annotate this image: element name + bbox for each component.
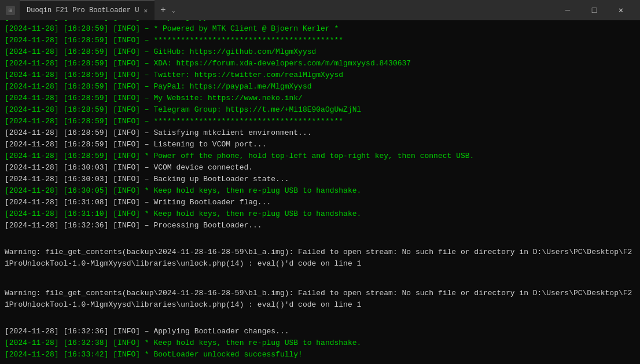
new-tab-button[interactable]: + <box>157 5 170 16</box>
window-controls: ─ □ ✕ <box>554 0 634 20</box>
minimize-button[interactable]: ─ <box>554 0 581 20</box>
terminal-line: [2024-11-28] [16:32:38] [INFO] * Keep ho… <box>5 337 635 349</box>
terminal-line: [2024-11-28] [16:30:05] [INFO] * Keep ho… <box>5 185 635 197</box>
terminal-line: [2024-11-28] [16:33:42] [INFO] * BootLoa… <box>5 349 635 361</box>
maximize-button[interactable]: □ <box>581 0 608 20</box>
terminal-line: [2024-11-28] [16:28:59] [INFO] – XDA: ht… <box>5 58 635 69</box>
tab-label: Duoqin F21 Pro BootLoader U <box>27 6 139 14</box>
terminal-output: [2024-11-28] [16:28:59] [INFO] – *******… <box>0 20 640 364</box>
warning-line: Warning: file_get_contents(backup\2024-1… <box>5 288 635 311</box>
terminal-line: [2024-11-28] [16:28:59] [INFO] – Satisfy… <box>5 127 635 139</box>
terminal-line: [2024-11-28] [16:28:59] [INFO] – *******… <box>5 35 635 46</box>
warning-line: Warning: file_get_contents(backup\2024-1… <box>5 247 635 270</box>
tab-close-button[interactable]: ✕ <box>144 7 148 14</box>
app-icon: ⊞ <box>6 6 15 15</box>
terminal-line: [2024-11-28] [16:28:59] [INFO] – Twitter… <box>5 69 635 81</box>
terminal-line: [2024-11-28] [16:28:59] [INFO] – * Power… <box>5 23 635 35</box>
terminal-line: [2024-11-28] [16:28:59] [INFO] – PayPal:… <box>5 81 635 93</box>
terminal-line: [2024-11-28] [16:28:59] [INFO] – Telegra… <box>5 104 635 116</box>
terminal-line: [2024-11-28] [16:30:03] [INFO] – Backing… <box>5 174 635 185</box>
title-bar: ⊞ Duoqin F21 Pro BootLoader U ✕ + ⌄ ─ □ … <box>0 0 640 20</box>
terminal-line: [2024-11-28] [16:31:10] [INFO] * Keep ho… <box>5 208 635 220</box>
terminal-line: [2024-11-28] [16:31:08] [INFO] – Writing… <box>5 197 635 208</box>
terminal-line: [2024-11-28] [16:28:59] [INFO] – *******… <box>5 116 635 127</box>
terminal-line: [2024-11-28] [16:32:36] [INFO] – Process… <box>5 220 635 231</box>
tab-dropdown-button[interactable]: ⌄ <box>170 7 178 14</box>
close-button[interactable]: ✕ <box>608 0 634 20</box>
terminal-line: [2024-11-28] [16:28:59] [INFO] – Listeni… <box>5 139 635 150</box>
terminal-line: [2024-11-28] [16:28:59] [INFO] – GitHub:… <box>5 46 635 58</box>
terminal-line: [2024-11-28] [16:28:59] [INFO] – My Webs… <box>5 93 635 104</box>
terminal-line: [2024-11-28] [16:30:03] [INFO] – VCOM de… <box>5 162 635 174</box>
terminal-line: [2024-11-28] [16:32:36] [INFO] – Applyin… <box>5 326 635 337</box>
active-tab[interactable]: Duoqin F21 Pro BootLoader U ✕ <box>20 0 155 20</box>
terminal-line: [2024-11-28] [16:28:59] [INFO] * Power o… <box>5 150 635 162</box>
